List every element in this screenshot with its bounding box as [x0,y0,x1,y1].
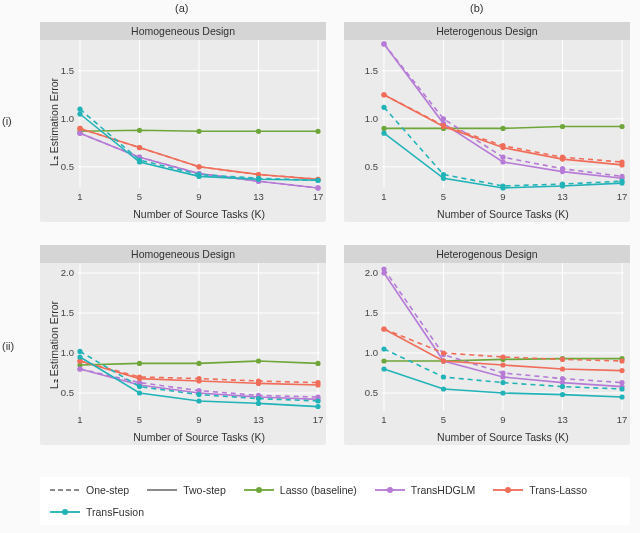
col-label-a: (a) [175,2,188,14]
svg-text:0.5: 0.5 [61,161,74,172]
svg-text:1: 1 [77,414,82,425]
svg-text:1.5: 1.5 [61,65,74,76]
svg-point-130 [77,366,82,371]
svg-text:13: 13 [253,414,264,425]
svg-point-183 [381,270,386,275]
legend-key-transhdglm-icon [375,483,405,497]
svg-point-19 [256,129,261,134]
strip-ii-b: Heterogenous Design [344,245,630,263]
legend-label: Lasso (baseline) [280,484,357,496]
svg-point-145 [77,349,82,354]
x-axis-label: Number of Source Tasks (K) [78,431,320,443]
svg-point-89 [500,145,505,150]
svg-point-90 [560,157,565,162]
panel-i-b: Heterogenous Design 0.51.01.51591317 Num… [344,22,630,222]
svg-point-185 [500,374,505,379]
strip-ii-a: Homogeneous Design [40,245,326,263]
svg-text:9: 9 [196,414,201,425]
svg-point-203 [381,366,386,371]
svg-point-173 [381,358,386,363]
svg-point-46 [77,111,82,116]
svg-text:2.0: 2.0 [365,267,378,278]
svg-point-197 [619,368,624,373]
svg-point-143 [256,381,261,386]
legend-key-translasso-icon [493,483,523,497]
svg-point-122 [196,361,201,366]
svg-text:5: 5 [441,191,446,202]
row-i: Homogeneous Design L₂ Estimation Error 0… [40,22,630,222]
svg-point-148 [256,396,261,401]
svg-text:1.5: 1.5 [61,307,74,318]
svg-text:1: 1 [77,191,82,202]
svg-point-77 [381,41,386,46]
panel-ii-a: Homogeneous Design L₂ Estimation Error 0… [40,245,326,445]
svg-point-199 [441,374,446,379]
svg-point-92 [381,105,386,110]
y-axis-label: L₂ Estimation Error [48,301,60,389]
plot-i-a: 0.51.01.51591317 [78,40,320,188]
svg-text:2.0: 2.0 [61,267,74,278]
svg-text:17: 17 [313,414,324,425]
svg-point-121 [137,361,142,366]
svg-point-20 [315,129,320,134]
row-label-i: (i) [2,115,12,127]
svg-text:9: 9 [500,414,505,425]
svg-point-153 [256,401,261,406]
col-label-b: (b) [470,2,483,14]
svg-point-69 [500,126,505,131]
svg-text:13: 13 [557,191,568,202]
svg-text:1.0: 1.0 [365,113,378,124]
svg-point-215 [505,487,511,493]
svg-point-100 [560,183,565,188]
svg-point-202 [619,386,624,391]
legend-method-transfusion: TransFusion [50,505,144,519]
svg-point-191 [560,357,565,362]
svg-text:1.0: 1.0 [61,347,74,358]
figure: (a) (b) (i) (ii) Homogeneous Design L₂ E… [0,0,640,533]
svg-point-206 [560,392,565,397]
column-labels: (a) (b) [0,0,640,20]
svg-text:9: 9 [196,191,201,202]
svg-text:17: 17 [617,414,628,425]
svg-point-142 [196,378,201,383]
svg-point-144 [315,382,320,387]
plot-i-b: 0.51.01.51591317 [382,40,624,188]
panel-i-a: Homogeneous Design L₂ Estimation Error 0… [40,22,326,222]
svg-point-213 [387,487,393,493]
svg-point-146 [137,384,142,389]
svg-point-201 [560,384,565,389]
svg-point-50 [315,178,320,183]
legend-method-translasso: Trans-Lasso [493,483,587,497]
svg-text:0.5: 0.5 [365,161,378,172]
svg-point-149 [315,398,320,403]
svg-text:1: 1 [381,191,386,202]
svg-point-204 [441,386,446,391]
legend-method-transhdglm: TransHDGLM [375,483,475,497]
plot-ii-b: 0.51.01.52.01591317 [382,263,624,411]
legend-method-lasso: Lasso (baseline) [244,483,357,497]
svg-text:1.0: 1.0 [365,347,378,358]
svg-point-91 [619,162,624,167]
svg-point-150 [77,354,82,359]
legend-key-transfusion-icon [50,505,80,519]
svg-point-101 [619,181,624,186]
svg-point-47 [137,159,142,164]
svg-point-217 [62,509,68,515]
legend-label: Two-step [183,484,226,496]
legend: One-step Two-step Lasso (baseline) Trans… [40,477,630,525]
svg-point-74 [500,155,505,160]
svg-text:1: 1 [381,414,386,425]
svg-point-17 [137,128,142,133]
svg-point-98 [441,176,446,181]
svg-point-41 [77,107,82,112]
strip-i-a: Homogeneous Design [40,22,326,40]
svg-point-207 [619,394,624,399]
svg-point-141 [137,376,142,381]
panel-ii-b: Heterogenous Design 0.51.01.52.01591317 … [344,245,630,445]
legend-linetype-one: One-step [50,483,129,497]
svg-point-79 [500,159,505,164]
svg-point-124 [315,361,320,366]
svg-point-80 [560,169,565,174]
svg-point-67 [381,126,386,131]
svg-point-26 [77,131,82,136]
